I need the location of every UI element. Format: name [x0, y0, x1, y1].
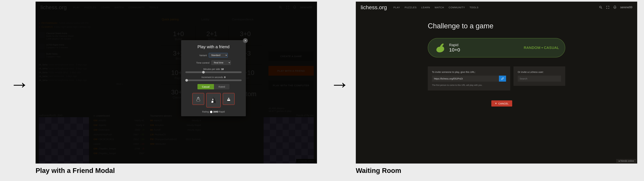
copy-url-button[interactable]	[499, 76, 506, 82]
create-game-button[interactable]: CREATE A GAME	[268, 51, 314, 61]
nav-watch[interactable]: WATCH	[114, 6, 124, 9]
caption-left: Play with a Friend Modal	[36, 167, 115, 174]
winner-row[interactable]: FMDhanyanSaifuddin022021 Summer	[149, 137, 202, 141]
play-buttons: CREATE A GAME PLAY WITH A FRIEND PLAY WI…	[268, 51, 314, 95]
caption-right: Waiting Room	[356, 167, 401, 174]
stream-link[interactable]: ●CLSmith15 Friday night game night • lic…	[39, 25, 123, 29]
winner-row[interactable]: IMHank27Hourly #	[149, 118, 202, 123]
event-link[interactable]: Classical Shield ArenaBattle for the Cla…	[39, 31, 123, 42]
time-control-select[interactable]: Real time	[212, 60, 231, 65]
screenshot-play-with-friend-modal: lichess.org PLAYPUZZLESLEARNWATCHCOMMUNI…	[36, 2, 317, 163]
search-icon[interactable]	[279, 6, 282, 9]
nav-puzzles[interactable]: PUZZLES	[84, 6, 96, 9]
flow-arrow-2: →	[330, 73, 349, 95]
color-black-button[interactable]	[192, 93, 204, 105]
leaderboard-row[interactable]: GMArka50Yearly #1	[92, 118, 146, 123]
leaderboard-row[interactable]: GMDrohmann2900↑9	[92, 127, 146, 132]
tab-correspondence[interactable]: Correspondence	[232, 18, 254, 21]
invite-user-search[interactable]	[518, 76, 561, 82]
leaderboard-row[interactable]: GMJepettoYearly #	[92, 123, 146, 127]
winner-row[interactable]: IMFumiffHourly Hype	[149, 127, 202, 132]
invite-url-panel: To invite someone to play, give this URL…	[428, 66, 510, 91]
play-with-computer-button[interactable]: PLAY WITH THE COMPUTER	[268, 80, 314, 90]
topbar: lichess.org PLAYPUZZLESLEARNWATCHCOMMUNI…	[36, 2, 317, 13]
nav-tools[interactable]: TOOLS	[149, 6, 158, 9]
invite-user-label: Or invite a Lichess user:	[518, 71, 561, 73]
user-menu[interactable]: serene99	[620, 6, 632, 9]
winners-header: Tournament winners	[150, 114, 172, 117]
leaderboard-row[interactable]: catask2362↓10	[92, 141, 146, 146]
tournament-winners: Tournament winners IMHank27Hourly #GMArn…	[149, 113, 202, 163]
nav-community[interactable]: COMMUNITY	[449, 6, 465, 9]
lobby-tabs: Quick pairing Lobby Correspondence	[162, 18, 254, 21]
winner-row[interactable]: GMArnuliusHourly Rapid	[149, 123, 202, 127]
modal-close-button[interactable]: ✕	[243, 38, 248, 43]
stats-games: 18,977 games in play	[268, 110, 292, 112]
leaderboard-row[interactable]: GMZhigalko_Sergei2798↓5	[92, 146, 146, 151]
nav-tools[interactable]: TOOLS	[470, 6, 478, 9]
search-icon[interactable]	[599, 6, 602, 9]
event-link[interactable]: ≤1700 Rapid Arena3 players • in 3 minute…	[39, 42, 123, 51]
winner-row[interactable]: LMPeshkaCh	[149, 132, 202, 137]
nav-play[interactable]: PLAY	[73, 6, 80, 9]
increment-slider[interactable]	[185, 80, 242, 81]
nav-learn[interactable]: LEARN	[421, 6, 430, 9]
mini-board-tv[interactable]	[39, 117, 89, 163]
bell-icon[interactable]	[613, 6, 617, 9]
color-picker	[185, 93, 242, 107]
tab-lobby[interactable]: Lobby	[201, 18, 209, 21]
timeline-entry[interactable]: ok_tamahosts xxmejla simul2 days ago	[39, 70, 123, 74]
logo[interactable]: lichess.org	[361, 4, 387, 11]
leaderboard-row[interactable]: AlohaYoYo1Push2697↑32	[92, 132, 146, 137]
modal-title: Play with a friend	[185, 44, 242, 49]
svg-point-0	[279, 6, 281, 8]
bell-icon[interactable]	[293, 6, 296, 9]
minutes-slider[interactable]	[185, 71, 242, 73]
mode-rated-button[interactable]: Rated	[214, 84, 230, 89]
leaderboard-row[interactable]: GMZhigalko_Sergei2587	[92, 151, 146, 155]
nav-play[interactable]: PLAY	[394, 6, 400, 9]
variant-select[interactable]: Standard	[209, 53, 228, 58]
cancel-button[interactable]: ✕ CANCEL	[491, 100, 512, 107]
invite-url-note: The first person to come to this URL wil…	[432, 84, 506, 86]
timeline-entry[interactable]: ok_tamahosts not bughouse simul2 days ag…	[39, 67, 123, 70]
color-white-button[interactable]	[223, 93, 235, 105]
nav-learn[interactable]: LEARN	[101, 6, 110, 9]
tab-quick-pairing[interactable]: Quick pairing	[162, 18, 179, 21]
color-random-button[interactable]	[206, 93, 221, 107]
minutes-label: Minutes per side: 10	[185, 68, 242, 70]
winner-row[interactable]: WMBlitzbullet	[149, 141, 202, 146]
challenge-pill: Rapid 10+0 RANDOM•CASUAL	[428, 38, 565, 58]
mode-casual-button[interactable]: Casual	[198, 84, 214, 89]
feed-more-link[interactable]: More »	[39, 83, 123, 85]
leaderboard-header: Leaderboard	[96, 114, 110, 117]
friends-online-toggle[interactable]: 2 friends online	[296, 159, 316, 163]
timeline-entry[interactable]: ok_tamajoins lumos.exe2 days ago	[39, 74, 123, 78]
topbar: lichess.org PLAYPUZZLESLEARNWATCHCOMMUNI…	[356, 2, 637, 13]
main-nav: PLAYPUZZLESLEARNWATCHCOMMUNITYTOOLS	[73, 6, 158, 9]
stats-players: 46,488 players	[268, 107, 292, 110]
nav-puzzles[interactable]: PUZZLES	[405, 6, 417, 9]
invite-url-input[interactable]	[432, 76, 499, 82]
screenshot-waiting-room: lichess.org PLAYPUZZLESLEARNWATCHCOMMUNI…	[356, 2, 637, 163]
fullscreen-icon[interactable]	[606, 6, 610, 9]
timeline-entry[interactable]: ok_tamahosts not bughouse simul2 days ag…	[39, 78, 123, 82]
event-link[interactable]: Bullet Swiss3 players • now	[39, 51, 123, 60]
friends-online-toggle[interactable]: ● friends online	[616, 159, 636, 163]
increment-label: Increment in seconds: 0	[185, 76, 242, 79]
mini-board-puzzle[interactable]	[264, 117, 314, 163]
svg-line-1	[281, 8, 282, 9]
play-with-friend-button[interactable]: PLAY WITH A FRIEND	[268, 66, 314, 76]
lower-strip: realhomeoffice50 2045 ≡ Leaderboard GMAr…	[39, 113, 314, 163]
nav-community[interactable]: COMMUNITY	[128, 6, 145, 9]
timeline-entry[interactable]: ok_tamahosts not bughouse simul2 days ag…	[39, 63, 123, 67]
pill-timecontrol: 10+0	[449, 47, 460, 53]
nav-watch[interactable]: WATCH	[434, 6, 444, 9]
leaderboard-row[interactable]: GMC9C9C9C9C92912↑10	[92, 137, 146, 141]
puzzle-of-day-label: Puzzle of the day	[264, 113, 314, 117]
flow-arrow-1: →	[10, 73, 29, 95]
stream-link[interactable]: ●FM FedeMaster Twitch viewers arena with…	[39, 21, 123, 25]
user-menu[interactable]: serene99	[300, 6, 312, 9]
logo[interactable]: lichess.org	[40, 4, 67, 11]
fullscreen-icon[interactable]	[286, 6, 289, 9]
